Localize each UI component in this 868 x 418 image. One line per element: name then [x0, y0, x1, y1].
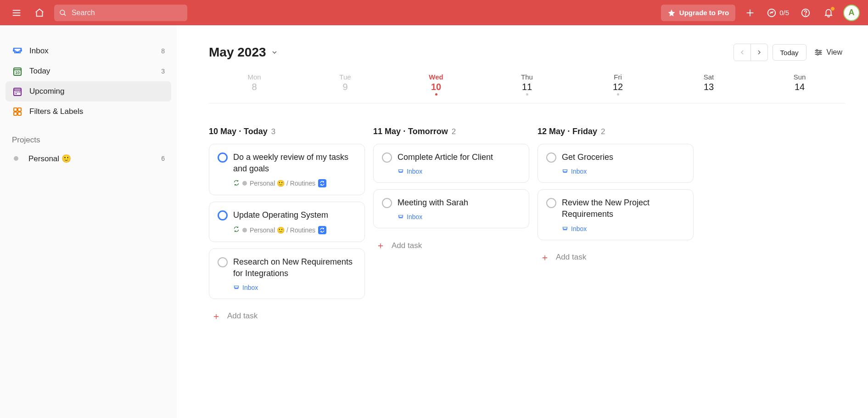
task-inbox-label: Inbox	[398, 168, 521, 175]
week-strip: Mon8Tue9Wed10Thu11Fri12Sat13Sun14	[209, 70, 845, 103]
day-name: Fri	[572, 73, 663, 81]
column-count: 2	[452, 127, 456, 136]
task-project: Personal 🙂 / Routines	[250, 180, 315, 187]
avatar-button[interactable]: A	[843, 5, 860, 21]
prev-week-button[interactable]	[734, 44, 750, 61]
progress-text: 0/5	[779, 9, 789, 17]
next-week-button[interactable]	[751, 44, 767, 61]
task-inbox-label: Inbox	[562, 225, 685, 232]
task-inbox-label: Inbox	[398, 213, 521, 220]
notifications-button[interactable]	[820, 5, 837, 21]
task-meta: Personal 🙂 / Routines	[233, 226, 356, 234]
day-number: 13	[663, 82, 754, 92]
day-number: 11	[482, 82, 572, 92]
day-name: Wed	[391, 73, 482, 81]
avatar-initial: A	[849, 8, 855, 17]
view-button[interactable]: View	[811, 44, 845, 61]
nav-item-upcoming[interactable]: Upcoming	[6, 81, 171, 102]
task-card[interactable]: Complete Article for ClientInbox	[373, 144, 529, 183]
task-title: Meeting with Sarah	[398, 197, 521, 209]
task-checkbox[interactable]	[218, 153, 228, 163]
day-column[interactable]: Mon8	[209, 70, 300, 98]
today-icon: 10	[12, 66, 23, 77]
column-count: 3	[271, 127, 275, 136]
nav-item-inbox[interactable]: Inbox8	[6, 41, 171, 61]
nav-item-today[interactable]: 10Today3	[6, 61, 171, 81]
recur-icon	[233, 180, 240, 187]
task-card[interactable]: Review the New Project RequirementsInbox	[538, 189, 694, 240]
plus-icon: ＋	[540, 251, 549, 264]
quick-add-button[interactable]	[742, 5, 758, 21]
day-column[interactable]: Sat13	[663, 70, 754, 98]
add-task-label: Add task	[556, 253, 586, 262]
today-button-label: Today	[780, 49, 799, 56]
add-task-button[interactable]: ＋Add task	[209, 305, 365, 327]
column-header: 11 May ‧ Tomorrow2	[373, 126, 529, 136]
upcoming-icon	[12, 86, 23, 97]
task-title: Complete Article for Client	[398, 152, 521, 163]
day-column[interactable]: Sun14	[754, 70, 845, 98]
day-column[interactable]: Wed10	[391, 70, 482, 98]
day-number: 12	[572, 82, 663, 92]
nav-label: Filters & Labels	[29, 107, 83, 116]
column-count: 2	[601, 127, 605, 136]
svg-point-9	[806, 15, 806, 15]
project-dot-icon	[242, 228, 247, 232]
month-title: May 2023	[209, 45, 266, 60]
productivity-button[interactable]: 0/5	[765, 5, 791, 21]
plus-icon	[745, 8, 755, 18]
task-card[interactable]: Get GroceriesInbox	[538, 144, 694, 183]
project-dot-icon	[242, 181, 247, 186]
task-checkbox[interactable]	[218, 210, 228, 220]
task-checkbox[interactable]	[382, 198, 392, 208]
nav-label: Today	[29, 67, 50, 76]
add-task-label: Add task	[392, 241, 422, 250]
month-picker[interactable]: May 2023	[209, 45, 278, 60]
svg-rect-21	[14, 112, 17, 115]
task-card[interactable]: Do a weekly review of my tasks and goals…	[209, 144, 365, 195]
task-checkbox[interactable]	[546, 198, 556, 208]
task-meta: Personal 🙂 / Routines	[233, 179, 356, 187]
help-icon	[801, 8, 811, 18]
upgrade-button[interactable]: Upgrade to Pro	[661, 5, 735, 21]
search-input[interactable]	[72, 9, 183, 17]
star-icon	[667, 9, 676, 17]
day-column[interactable]: Fri12	[572, 70, 663, 98]
task-card[interactable]: Research on New Requirements for Integra…	[209, 249, 365, 299]
day-column[interactable]: Tue9	[300, 70, 391, 98]
filters-icon	[12, 106, 23, 117]
add-task-button[interactable]: ＋Add task	[538, 247, 694, 268]
task-checkbox[interactable]	[218, 257, 228, 267]
day-name: Thu	[482, 73, 572, 81]
home-icon	[34, 8, 45, 18]
task-card[interactable]: Update Operating SystemPersonal 🙂 / Rout…	[209, 202, 365, 242]
recur-icon	[233, 226, 240, 234]
search-box[interactable]	[54, 5, 187, 21]
nav-item-filters[interactable]: Filters & Labels	[6, 102, 171, 122]
task-title: Update Operating System	[233, 209, 356, 221]
menu-button[interactable]	[8, 5, 25, 21]
task-checkbox[interactable]	[382, 153, 392, 163]
task-card[interactable]: Meeting with SarahInbox	[373, 189, 529, 228]
chevron-right-icon	[756, 49, 763, 56]
svg-rect-22	[18, 112, 21, 115]
nav-label: Upcoming	[29, 87, 65, 96]
app-header: Upgrade to Pro 0/5 A	[0, 0, 868, 25]
help-button[interactable]	[797, 5, 814, 21]
task-checkbox[interactable]	[546, 153, 556, 163]
add-task-button[interactable]: ＋Add task	[373, 235, 529, 256]
day-name: Sun	[754, 73, 845, 81]
today-button[interactable]: Today	[773, 44, 806, 61]
sliders-icon	[814, 48, 823, 57]
nav-count: 8	[161, 47, 165, 55]
day-has-tasks-dot	[617, 93, 619, 96]
project-item[interactable]: Personal 🙂6	[6, 148, 171, 169]
home-button[interactable]	[31, 5, 48, 21]
svg-point-28	[817, 54, 818, 55]
day-column[interactable]: Thu11	[482, 70, 572, 98]
search-icon	[59, 8, 67, 17]
day-number: 14	[754, 82, 845, 92]
day-has-tasks-dot	[526, 93, 528, 96]
projects-header[interactable]: Projects	[6, 122, 171, 148]
svg-text:10: 10	[15, 70, 20, 75]
